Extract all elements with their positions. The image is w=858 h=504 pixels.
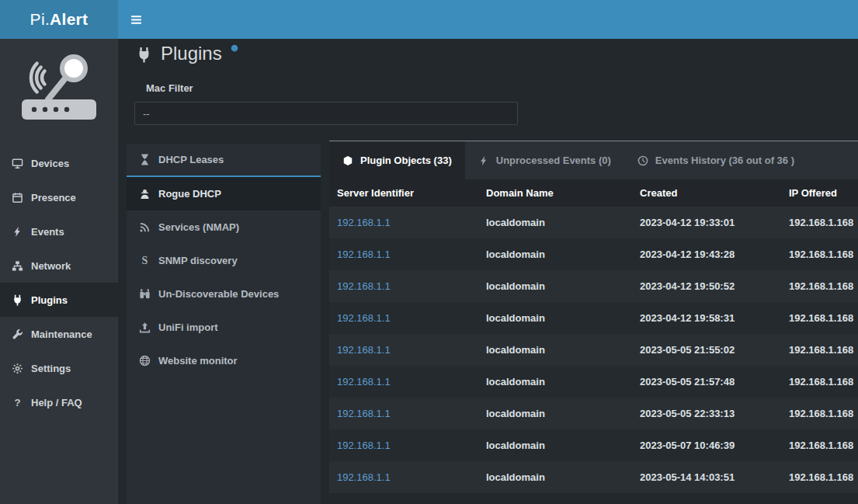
server-identifier-link[interactable]: 192.168.1.1 bbox=[329, 366, 478, 398]
devices-icon bbox=[12, 158, 23, 169]
server-identifier-link[interactable]: 192.168.1.1 bbox=[329, 461, 478, 493]
table-cell: 192.168.1.168 bbox=[781, 461, 858, 493]
sidebar-item-label: Plugins bbox=[31, 294, 68, 306]
bolt-icon bbox=[12, 226, 23, 238]
sidebar-item-settings[interactable]: Settings bbox=[0, 351, 118, 385]
table-body: 192.168.1.1localdomain2023-04-12 19:33:0… bbox=[329, 207, 858, 493]
plugin-menu-item-snmp-discovery[interactable]: SSNMP discovery bbox=[127, 244, 321, 277]
sidebar-item-presence[interactable]: Presence bbox=[0, 180, 118, 214]
bolt-icon bbox=[478, 155, 489, 166]
info-badge-icon[interactable] bbox=[231, 44, 238, 52]
table-cell: 192.168.1.168 bbox=[781, 429, 858, 461]
tab-bar: Plugin Objects (33)Unprocessed Events (0… bbox=[329, 141, 858, 179]
table-cell: 2023-05-05 22:33:13 bbox=[632, 398, 781, 429]
table-cell: localdomain bbox=[478, 461, 632, 493]
sidebar-item-label: Devices bbox=[31, 158, 69, 169]
network-icon bbox=[12, 260, 23, 272]
sidebar-item-label: Network bbox=[31, 260, 71, 272]
brand[interactable]: Pi.Alert bbox=[0, 0, 118, 39]
table-cell: localdomain bbox=[478, 334, 632, 366]
plugin-menu-item-un-discoverable-devices[interactable]: Un-Discoverable Devices bbox=[127, 277, 321, 311]
svg-text:?: ? bbox=[14, 397, 20, 408]
plugin-menu-item-unifi-import[interactable]: UniFi import bbox=[127, 311, 321, 344]
table-row: 192.168.1.1localdomain2023-05-14 14:03:5… bbox=[329, 461, 858, 493]
sidebar-item-events[interactable]: Events bbox=[0, 214, 118, 249]
tab-plugin-objects-33[interactable]: Plugin Objects (33) bbox=[329, 141, 465, 179]
sidebar-item-devices[interactable]: Devices bbox=[0, 146, 118, 180]
clock-icon bbox=[637, 155, 648, 166]
plugin-menu-item-label: Un-Discoverable Devices bbox=[158, 288, 279, 300]
cube-icon bbox=[342, 155, 353, 166]
pialert-logo bbox=[0, 39, 118, 146]
hamburger-icon bbox=[130, 13, 143, 26]
table-cell: 192.168.1.168 bbox=[781, 398, 858, 429]
sidebar-toggle-button[interactable] bbox=[118, 0, 154, 39]
column-header-created[interactable]: Created bbox=[632, 179, 781, 207]
wrench-icon bbox=[12, 328, 23, 340]
hourglass-icon bbox=[139, 154, 151, 165]
sidebar-item-maintenance[interactable]: Maintenance bbox=[0, 317, 118, 351]
tab-unprocessed-events-0[interactable]: Unprocessed Events (0) bbox=[465, 141, 624, 179]
sidebar-item-network[interactable]: Network bbox=[0, 249, 118, 283]
plugin-menu-item-rogue-dhcp[interactable]: Rogue DHCP bbox=[127, 177, 321, 210]
user-secret-icon bbox=[139, 188, 151, 200]
column-header-ip-offered[interactable]: IP Offered bbox=[781, 179, 858, 207]
plugins-menu: DHCP LeasesRogue DHCPServices (NMAP)SSNM… bbox=[127, 144, 321, 504]
question-icon: ? bbox=[12, 397, 23, 408]
brand-prefix: Pi. bbox=[30, 10, 50, 29]
table-row: 192.168.1.1localdomain2023-04-12 19:58:3… bbox=[329, 302, 858, 334]
table-cell: 192.168.1.168 bbox=[781, 302, 858, 334]
calendar-icon bbox=[12, 192, 23, 203]
tab-events-history-36-out-of-36[interactable]: Events History (36 out of 36 ) bbox=[624, 141, 808, 179]
table-row: 192.168.1.1localdomain2023-05-05 21:55:0… bbox=[329, 334, 858, 366]
table-cell: localdomain bbox=[478, 398, 632, 429]
column-header-domain-name[interactable]: Domain Name bbox=[478, 179, 632, 207]
plugin-menu-item-website-monitor[interactable]: Website monitor bbox=[127, 344, 321, 377]
server-identifier-link[interactable]: 192.168.1.1 bbox=[329, 398, 478, 429]
server-identifier-link[interactable]: 192.168.1.1 bbox=[329, 334, 478, 366]
table-cell: localdomain bbox=[478, 302, 632, 334]
table-cell: 2023-05-14 14:03:51 bbox=[632, 461, 781, 493]
sidebar-nav: DevicesPresenceEventsNetworkPluginsMaint… bbox=[0, 146, 118, 419]
plugin-menu-item-services-nmap[interactable]: Services (NMAP) bbox=[127, 210, 321, 244]
page-title: Plugins bbox=[136, 43, 238, 64]
table-header-row: Server IdentifierDomain NameCreatedIP Of… bbox=[329, 179, 858, 207]
table-cell: 2023-04-12 19:33:01 bbox=[632, 207, 781, 238]
svg-text:S: S bbox=[142, 255, 148, 266]
plug-icon bbox=[12, 294, 23, 306]
tab-label: Plugin Objects (33) bbox=[360, 155, 452, 166]
plugin-content: Plugin Objects (33)Unprocessed Events (0… bbox=[329, 141, 858, 504]
sidebar-item-help-faq[interactable]: ?Help / FAQ bbox=[0, 385, 118, 419]
sidebar-item-label: Maintenance bbox=[31, 328, 92, 340]
plugin-menu-item-label: Website monitor bbox=[158, 355, 238, 367]
signal-icon bbox=[139, 221, 151, 233]
plugin-menu-item-label: Services (NMAP) bbox=[158, 221, 239, 233]
table-cell: 2023-05-05 21:57:48 bbox=[632, 366, 781, 398]
plugin-menu-item-label: UniFi import bbox=[158, 322, 218, 333]
sidebar-item-label: Events bbox=[31, 226, 64, 238]
table-cell: localdomain bbox=[478, 270, 632, 302]
plugin-objects-table: Server IdentifierDomain NameCreatedIP Of… bbox=[329, 179, 858, 493]
mac-filter-input[interactable] bbox=[134, 102, 518, 125]
sidebar-item-label: Settings bbox=[31, 363, 71, 374]
sidebar-item-plugins[interactable]: Plugins bbox=[0, 283, 118, 317]
header: Pi.Alert bbox=[0, 0, 858, 39]
server-identifier-link[interactable]: 192.168.1.1 bbox=[329, 302, 478, 334]
table-cell: 192.168.1.168 bbox=[781, 207, 858, 238]
plugin-menu-item-dhcp-leases[interactable]: DHCP Leases bbox=[127, 144, 321, 177]
tab-label: Events History (36 out of 36 ) bbox=[655, 155, 794, 166]
column-header-server-identifier[interactable]: Server Identifier bbox=[329, 179, 478, 207]
server-identifier-link[interactable]: 192.168.1.1 bbox=[329, 238, 478, 270]
server-identifier-link[interactable]: 192.168.1.1 bbox=[329, 207, 478, 238]
table-cell: 2023-05-07 10:46:39 bbox=[632, 429, 781, 461]
table-cell: 2023-04-12 19:43:28 bbox=[632, 238, 781, 270]
table-cell: 2023-05-05 21:55:02 bbox=[632, 334, 781, 366]
table-row: 192.168.1.1localdomain2023-04-12 19:43:2… bbox=[329, 238, 858, 270]
brand-bold: Alert bbox=[50, 10, 88, 29]
tab-label: Unprocessed Events (0) bbox=[496, 155, 611, 166]
mac-filter-label: Mac Filter bbox=[146, 82, 193, 94]
globe-icon bbox=[139, 355, 151, 367]
server-identifier-link[interactable]: 192.168.1.1 bbox=[329, 429, 478, 461]
plugin-menu-item-label: Rogue DHCP bbox=[158, 188, 221, 200]
server-identifier-link[interactable]: 192.168.1.1 bbox=[329, 270, 478, 302]
